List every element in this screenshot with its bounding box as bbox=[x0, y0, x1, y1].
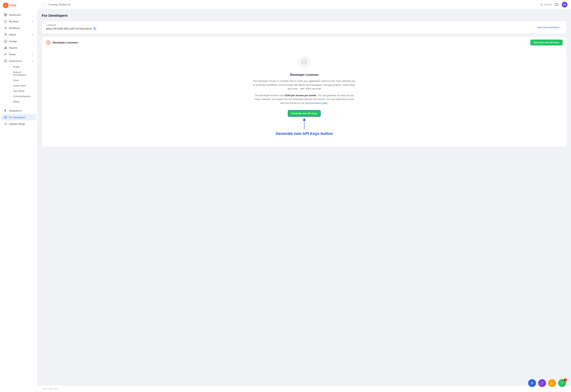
fab-badge: 1 bbox=[564, 378, 567, 381]
sidebar-item-integrations[interactable]: Integrations bbox=[1, 107, 36, 114]
trisk-dev-logo bbox=[46, 40, 51, 45]
developer-licenses-title: Developer Licenses bbox=[46, 40, 78, 45]
sidebar-item-my-work[interactable]: My Work ▾ bbox=[1, 18, 36, 25]
sidebar-item-workflows[interactable]: Workflows bbox=[1, 25, 36, 31]
sidebar-item-users-label: Users bbox=[13, 79, 19, 82]
svg-line-22 bbox=[542, 5, 543, 6]
svg-point-13 bbox=[6, 34, 7, 34]
sidebar-item-updates-blog[interactable]: Updates (Blog) bbox=[1, 121, 36, 127]
users-icon bbox=[4, 33, 7, 36]
sidebar-item-clients[interactable]: Clients ▾ bbox=[1, 31, 36, 38]
svg-rect-5 bbox=[6, 15, 7, 16]
svg-line-11 bbox=[5, 28, 6, 29]
svg-text:t: t bbox=[5, 4, 6, 7]
sidebar-item-dashboard[interactable]: Dashboard bbox=[1, 12, 36, 18]
sidebar-item-billing-label: Billing bbox=[13, 100, 19, 103]
generate-btn-annotated: Generate new API Keys Generate new API K… bbox=[276, 110, 333, 136]
svg-rect-3 bbox=[6, 14, 7, 14]
svg-line-29 bbox=[304, 61, 305, 63]
inbox-icon bbox=[4, 40, 7, 43]
dev-icon bbox=[4, 116, 7, 119]
fab-bolt-button[interactable]: ⚡ bbox=[528, 379, 536, 387]
page-content: For Developers X-DOMAIN deba176f-9180-45… bbox=[37, 9, 571, 385]
fab-help-button[interactable]: ? 1 bbox=[558, 379, 566, 387]
svg-rect-19 bbox=[4, 61, 7, 62]
developer-licenses-body: Developer Licenses The developer license… bbox=[42, 48, 567, 147]
refresh-icon bbox=[4, 122, 7, 126]
sidebar-item-governance[interactable]: Governance ▴ bbox=[1, 58, 36, 64]
sidebar-item-integrations-label: Integrations bbox=[9, 109, 22, 112]
view-documentation-link[interactable]: View Documentation → bbox=[537, 26, 563, 29]
svg-point-7 bbox=[4, 28, 5, 28]
chat-button[interactable] bbox=[554, 2, 560, 7]
chevron-down-icon: ▾ bbox=[32, 53, 33, 56]
help-icon: ? bbox=[561, 381, 563, 385]
arrowhead bbox=[303, 118, 306, 121]
svg-rect-23 bbox=[555, 3, 558, 5]
puzzle-icon bbox=[4, 109, 7, 112]
sidebar-item-workflows-label: Workflows bbox=[9, 27, 20, 29]
topbar-icons: MB bbox=[554, 2, 567, 7]
sidebar-item-reports-label: Reports bbox=[9, 46, 17, 49]
sidebar-item-tag-library[interactable]: Tag Library bbox=[6, 88, 36, 94]
section-title: Developer Licenses bbox=[53, 41, 78, 44]
search-label: Search bbox=[544, 3, 552, 6]
trisk-logo-icon: t bbox=[3, 2, 9, 8]
chevron-up-icon: ▴ bbox=[32, 60, 33, 62]
svg-rect-2 bbox=[4, 14, 5, 14]
copy-icon[interactable] bbox=[93, 27, 96, 30]
sidebar: t trisk Dashboard My Work ▾ Workflows bbox=[0, 0, 37, 392]
sidebar-item-profile[interactable]: Profile bbox=[6, 64, 36, 70]
sidebar-item-communications[interactable]: Communications bbox=[6, 94, 36, 99]
avatar-initials: MB bbox=[563, 4, 566, 6]
generate-api-keys-button-header[interactable]: Generate new API Keys bbox=[530, 40, 563, 45]
sidebar-item-guest-users-label: Guest Users bbox=[13, 84, 26, 87]
svg-point-8 bbox=[6, 27, 7, 28]
doc-link-label: Documentation page bbox=[305, 102, 328, 104]
price-text: $150 per license per month bbox=[285, 94, 316, 97]
chevron-down-icon: ▾ bbox=[32, 33, 33, 36]
bolt-icon: ⚡ bbox=[530, 381, 534, 385]
avatar[interactable]: MB bbox=[562, 2, 567, 7]
fab-archive-button[interactable]: 🗂 bbox=[548, 379, 556, 387]
code-icon bbox=[301, 59, 307, 65]
sidebar-item-profile-label: Profile bbox=[13, 66, 20, 68]
documentation-page-link[interactable]: Documentation page bbox=[305, 102, 328, 104]
topbar-date: Tuesday, October 29 bbox=[48, 3, 538, 6]
share-icon bbox=[4, 26, 7, 29]
generate-api-keys-button-center[interactable]: Generate new API Keys bbox=[288, 110, 321, 117]
xdomain-card: X-DOMAIN deba176f-9180-4501-a407-817efc2… bbox=[42, 21, 567, 34]
sidebar-item-billing[interactable]: Billing bbox=[6, 99, 36, 104]
logo-text: trisk bbox=[10, 4, 16, 7]
sidebar-item-guest-users[interactable]: Guest Users bbox=[6, 83, 36, 88]
edit-icon bbox=[4, 53, 7, 56]
sidebar-item-studio[interactable]: Studio ▾ bbox=[1, 51, 36, 57]
bar-chart-icon bbox=[4, 46, 7, 49]
dev-body-title: Developer Licenses bbox=[45, 73, 563, 77]
sidebar-item-for-developers-label: For Developers bbox=[9, 116, 25, 119]
sidebar-item-users[interactable]: Users bbox=[6, 78, 36, 83]
logo: t trisk bbox=[0, 0, 37, 11]
svg-point-21 bbox=[541, 4, 542, 5]
svg-rect-16 bbox=[5, 47, 6, 49]
footer: Trisk © 2017-2024 bbox=[37, 385, 571, 392]
sidebar-item-for-developers[interactable]: For Developers bbox=[1, 114, 36, 120]
developer-licenses-card: Developer Licenses Generate new API Keys… bbox=[42, 37, 567, 147]
sidebar-item-roles-permissions[interactable]: Roles & Permissions bbox=[6, 70, 36, 78]
chevron-down-icon: ▾ bbox=[32, 20, 33, 23]
sidebar-item-garage[interactable]: Garage bbox=[1, 38, 36, 44]
sidebar-item-garage-label: Garage bbox=[9, 40, 17, 42]
desc2-end: . bbox=[327, 102, 328, 104]
xdomain-value: deba176f-9180-4501-a407-817efc2c6cc6 bbox=[46, 27, 96, 30]
rocket-icon: 🚀 bbox=[540, 381, 544, 385]
svg-rect-4 bbox=[4, 15, 5, 16]
sidebar-item-reports[interactable]: Reports bbox=[1, 44, 36, 51]
dev-empty-state-icon bbox=[298, 56, 311, 68]
sidebar-nav: Dashboard My Work ▾ Workflows Clients bbox=[0, 11, 37, 392]
search-button[interactable]: Search bbox=[540, 3, 552, 6]
sidebar-item-communications-label: Communications bbox=[13, 95, 30, 98]
fab-rocket-button[interactable]: 🚀 bbox=[538, 379, 546, 387]
svg-line-10 bbox=[5, 27, 6, 28]
back-button[interactable]: ‹ bbox=[41, 2, 46, 7]
svg-point-20 bbox=[4, 116, 7, 118]
